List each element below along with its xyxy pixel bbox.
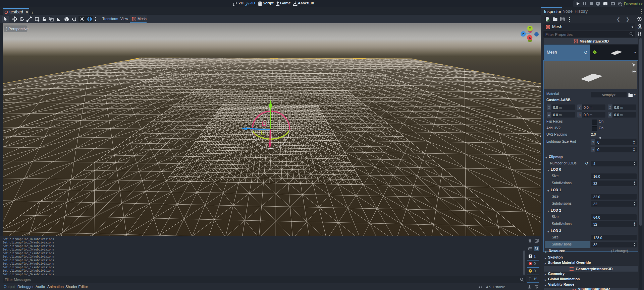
svg-text:Z: Z bbox=[522, 32, 524, 36]
svg-text:DOC: DOC bbox=[638, 26, 642, 29]
svg-text:Y: Y bbox=[529, 27, 531, 30]
svg-text:Perspective: Perspective bbox=[8, 27, 29, 31]
svg-text:X: X bbox=[529, 36, 531, 40]
